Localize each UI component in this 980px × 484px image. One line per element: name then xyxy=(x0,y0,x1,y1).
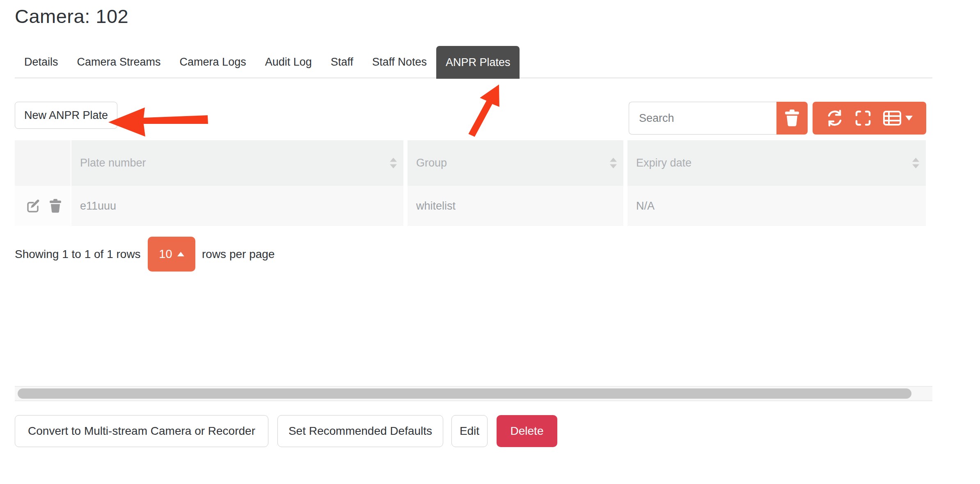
tab-audit-log[interactable]: Audit Log xyxy=(256,46,321,78)
horizontal-scrollbar-thumb[interactable] xyxy=(18,388,911,399)
table-cell-plate-number: e11uuu xyxy=(71,186,403,226)
tab-anpr-plates[interactable]: ANPR Plates xyxy=(436,46,520,79)
sort-icon xyxy=(912,158,919,169)
fullscreen-icon xyxy=(855,110,871,126)
arrow-annotation-anpr-tab xyxy=(465,82,514,139)
table-header-plate-number[interactable]: Plate number xyxy=(71,140,403,186)
refresh-button[interactable] xyxy=(826,110,843,127)
page-title: Camera: 102 xyxy=(15,5,128,27)
arrow-annotation-new-plate xyxy=(105,103,210,139)
tab-staff-notes[interactable]: Staff Notes xyxy=(363,46,436,78)
caret-down-icon xyxy=(905,116,913,121)
table-toolbar-group xyxy=(813,102,926,135)
camera-detail-page: Camera: 102 Details Camera Streams Camer… xyxy=(0,0,980,484)
search-input[interactable] xyxy=(629,102,776,135)
table-row-actions xyxy=(15,186,71,226)
edit-camera-button[interactable]: Edit xyxy=(451,415,488,447)
refresh-icon xyxy=(826,110,843,127)
columns-toggle-button[interactable] xyxy=(883,111,913,126)
tab-details[interactable]: Details xyxy=(15,46,68,78)
table-header-expiry-date[interactable]: Expiry date xyxy=(627,140,926,186)
pagination-summary: Showing 1 to 1 of 1 rows xyxy=(15,237,141,272)
trash-icon xyxy=(784,110,800,127)
delete-camera-button[interactable]: Delete xyxy=(497,415,557,447)
trash-icon[interactable] xyxy=(49,199,62,213)
tab-bar: Details Camera Streams Camera Logs Audit… xyxy=(15,46,520,78)
pagination-suffix: rows per page xyxy=(202,237,275,272)
horizontal-scrollbar-track xyxy=(15,386,932,401)
clear-search-button[interactable] xyxy=(776,102,808,135)
sort-icon xyxy=(390,158,397,169)
edit-icon[interactable] xyxy=(26,199,40,213)
set-recommended-defaults-button[interactable]: Set Recommended Defaults xyxy=(277,415,443,447)
new-anpr-plate-button[interactable]: New ANPR Plate xyxy=(15,102,117,129)
fullscreen-button[interactable] xyxy=(855,110,871,126)
caret-up-icon xyxy=(177,252,184,256)
tab-camera-streams[interactable]: Camera Streams xyxy=(68,46,170,78)
table-header-group[interactable]: Group xyxy=(408,140,623,186)
tab-camera-logs[interactable]: Camera Logs xyxy=(170,46,256,78)
table-cell-expiry-date: N/A xyxy=(627,186,926,226)
table-header-actions xyxy=(15,140,71,186)
convert-multistream-button[interactable]: Convert to Multi-stream Camera or Record… xyxy=(15,415,268,447)
page-size-dropdown[interactable]: 10 xyxy=(148,237,195,272)
columns-card-icon xyxy=(883,111,901,126)
tab-staff[interactable]: Staff xyxy=(321,46,363,78)
table-cell-group: whitelist xyxy=(408,186,623,226)
sort-icon xyxy=(610,158,617,169)
